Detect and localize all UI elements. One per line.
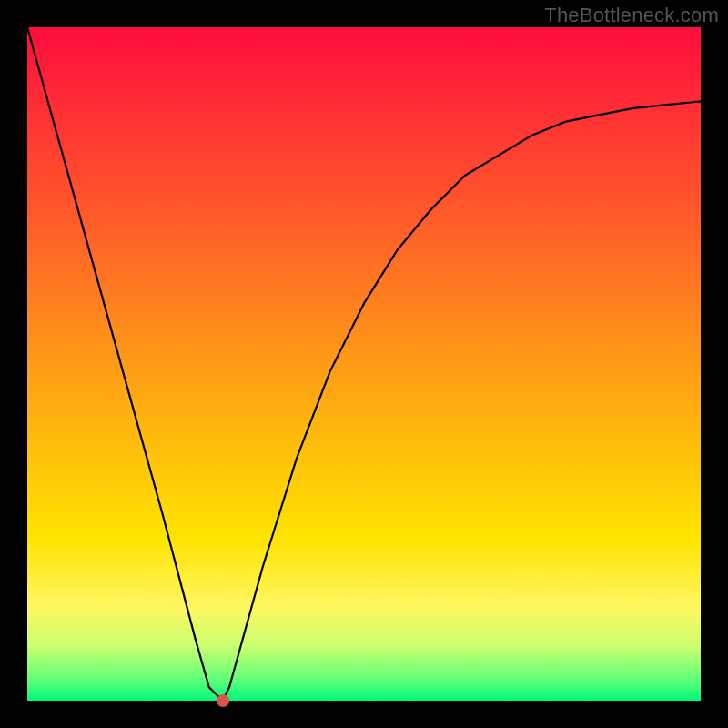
plot-area: [27, 27, 701, 701]
bottleneck-curve: [27, 27, 701, 701]
chart-frame: TheBottleneck.com: [0, 0, 728, 728]
optimal-point-marker: [217, 694, 229, 707]
watermark-text: TheBottleneck.com: [544, 4, 719, 27]
